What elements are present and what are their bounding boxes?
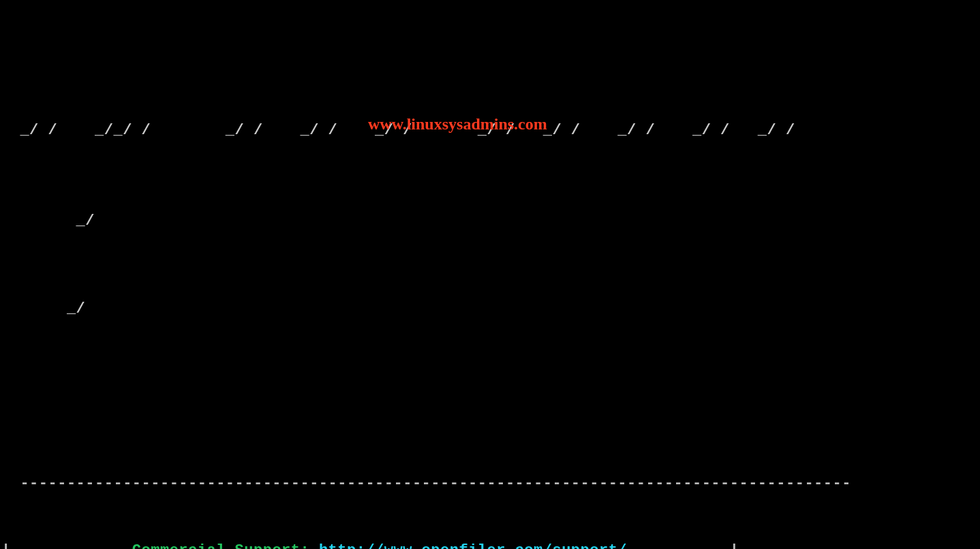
commercial-support-url: http://www.openfiler.com/support/ xyxy=(319,542,627,549)
commercial-support-row: ¦ Commercial Support: http://www.openfil… xyxy=(1,539,980,549)
divider: ----------------------------------------… xyxy=(1,472,980,495)
commercial-support-label: Commercial Support: xyxy=(132,542,309,549)
ascii-art-line: _/ xyxy=(1,298,980,320)
watermark-text: www.linuxsysadmins.com xyxy=(368,112,547,136)
ascii-art-line: _/ xyxy=(1,210,980,232)
